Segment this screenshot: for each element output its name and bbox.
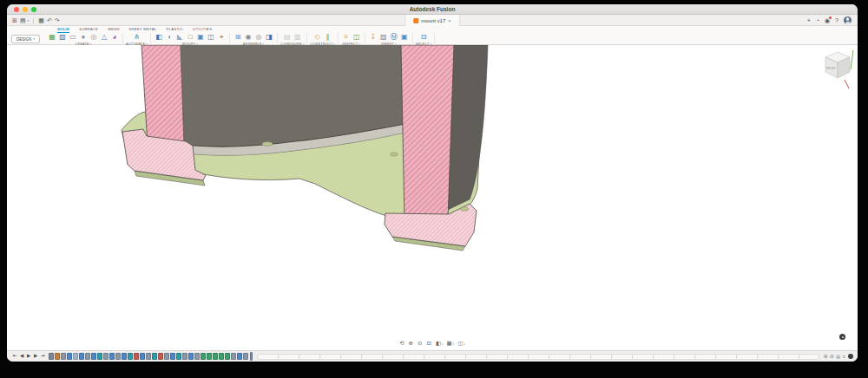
combine-icon[interactable]: ▣ <box>195 33 206 42</box>
chamfer-icon[interactable]: ◣ <box>174 33 185 42</box>
timeline-feature-icon[interactable] <box>152 353 157 360</box>
create-sketch-icon[interactable]: ▦ <box>47 33 57 42</box>
viewport-canvas[interactable]: FRONT ⟲⊕⊙⊡◧▾▦▾◫▾ <box>7 45 858 350</box>
orbit-icon[interactable]: ⟲ <box>399 341 404 347</box>
rigid-group-icon[interactable]: ◨ <box>264 33 274 42</box>
timeline-feature-icon[interactable] <box>158 353 163 360</box>
section-analysis-icon[interactable]: ◫ <box>352 33 362 42</box>
timeline-feature-icon[interactable] <box>140 353 145 360</box>
timeline-feature-icon[interactable] <box>85 353 90 360</box>
timeline-play-button[interactable]: ▶ <box>25 354 32 359</box>
timeline-feature-icon[interactable] <box>103 353 108 360</box>
press-pull-icon[interactable]: ◧ <box>154 33 164 42</box>
canvas-icon[interactable]: ▣ <box>399 33 410 42</box>
timeline-feature-icon[interactable] <box>213 353 218 360</box>
timeline-go-to-start-button[interactable]: ⇤ <box>11 354 18 359</box>
measure-icon[interactable]: ≡ <box>341 33 352 42</box>
zoom-icon[interactable]: ⊙ <box>418 341 423 347</box>
timeline-tool-icon[interactable]: ≡ <box>843 355 845 359</box>
sphere-icon[interactable]: ● <box>78 33 89 42</box>
offset-plane-icon[interactable]: ◇ <box>312 33 323 42</box>
shell-icon[interactable]: □ <box>185 33 195 42</box>
design-workspace-dropdown[interactable]: DESIGN ▾ <box>11 35 40 43</box>
cylinder-icon[interactable]: ▭ <box>68 33 78 42</box>
timeline-feature-icon[interactable] <box>182 353 187 360</box>
decal-icon[interactable]: ▨ <box>378 33 389 42</box>
form-icon[interactable]: ◕ <box>109 33 120 42</box>
timeline-feature-icon[interactable] <box>237 353 242 360</box>
grid-snaps-icon[interactable]: ▦▾ <box>447 341 455 347</box>
timeline-feature-icon[interactable] <box>109 353 115 360</box>
zoom-window-button[interactable] <box>31 7 36 12</box>
data-panel-icon[interactable]: ⊞ <box>12 17 17 23</box>
timeline-feature-icon[interactable] <box>91 353 96 360</box>
timeline-feature-icon[interactable] <box>134 353 139 360</box>
coil-icon[interactable]: △ <box>99 33 109 42</box>
timeline-feature-icon[interactable] <box>170 353 175 360</box>
move-copy-icon[interactable]: + <box>216 33 227 42</box>
timeline-go-to-end-button[interactable]: ⇥ <box>39 354 46 359</box>
display-settings-icon[interactable]: ◧▾ <box>436 341 444 347</box>
timeline-feature-icon[interactable] <box>207 353 212 360</box>
timeline-tool-icon[interactable]: ▤ <box>836 355 840 359</box>
document-tab[interactable]: mount v17 × <box>404 15 460 26</box>
timeline-feature-icon[interactable] <box>128 353 133 360</box>
timeline-status-icon[interactable] <box>848 354 853 359</box>
file-menu-icon[interactable]: ▤ <box>20 17 26 23</box>
timeline-feature-icon[interactable] <box>55 353 60 360</box>
split-body-icon[interactable]: ◫ <box>206 33 216 42</box>
timeline-feature-icon[interactable] <box>146 353 151 360</box>
box-icon[interactable]: ▧ <box>57 33 68 42</box>
model-body[interactable] <box>122 45 488 251</box>
timeline-track[interactable] <box>257 354 819 360</box>
tab-solid[interactable]: SOLID <box>57 27 69 33</box>
timeline-feature-icon[interactable] <box>73 353 78 360</box>
insert-derive-icon[interactable]: ↧ <box>368 33 378 42</box>
insert-mcmaster-icon[interactable]: Ⓜ <box>389 33 399 42</box>
fillet-icon[interactable]: ◖ <box>164 33 174 42</box>
timeline-feature-icon[interactable] <box>61 353 66 360</box>
new-document-plus-icon[interactable]: + <box>807 17 811 23</box>
timeline-feature-icon[interactable] <box>164 353 169 360</box>
assistant-badge-icon[interactable] <box>839 334 845 340</box>
automate-icon[interactable]: ⋔ <box>132 33 142 42</box>
select-icon[interactable]: ⊡ <box>418 33 429 42</box>
timeline-feature-icon[interactable] <box>243 353 248 360</box>
timeline-feature-icon[interactable] <box>97 353 102 360</box>
model-viewport[interactable]: FRONT <box>7 45 858 350</box>
pan-icon[interactable]: ⊕ <box>409 341 414 347</box>
timeline-feature-icon[interactable] <box>176 353 181 360</box>
timeline-playhead[interactable] <box>250 352 253 361</box>
tab-plastic[interactable]: PLASTIC <box>167 27 184 33</box>
job-status-icon[interactable]: ◔ <box>816 17 819 23</box>
tab-utilities[interactable]: UTILITIES <box>193 27 212 33</box>
timeline-feature-icon[interactable] <box>67 353 72 360</box>
help-icon[interactable]: ? <box>835 17 838 23</box>
timeline-feature-icon[interactable] <box>194 353 200 360</box>
viewports-icon[interactable]: ◫▾ <box>457 341 465 347</box>
timeline-feature-icon[interactable] <box>219 353 224 360</box>
viewcube[interactable]: FRONT <box>825 50 853 88</box>
configure-icon[interactable]: ▤ <box>282 33 293 42</box>
timeline-feature-icon[interactable] <box>49 353 54 360</box>
minimize-window-button[interactable] <box>23 7 28 12</box>
timeline-feature-icon[interactable] <box>115 353 121 360</box>
new-component-icon[interactable]: ⊞ <box>233 33 243 42</box>
as-built-joint-icon[interactable]: ◎ <box>253 33 264 42</box>
timeline-feature-icon[interactable] <box>188 353 194 360</box>
timeline-feature-icon[interactable] <box>225 353 230 360</box>
timeline-tool-icon[interactable]: ⊞ <box>824 355 827 359</box>
timeline-feature-icon[interactable] <box>79 353 84 360</box>
timeline-feature-icon[interactable] <box>122 353 127 360</box>
close-document-icon[interactable]: × <box>448 18 451 23</box>
undo-icon[interactable]: ↶ <box>47 17 52 23</box>
joint-icon[interactable]: ◉ <box>243 33 253 42</box>
construct-axis-icon[interactable]: ∥ <box>323 33 333 42</box>
close-window-button[interactable] <box>14 7 19 12</box>
fit-icon[interactable]: ⊡ <box>426 341 431 347</box>
timeline-tool-icon[interactable]: ⊟ <box>830 355 833 359</box>
notifications-icon[interactable]: ◉ <box>825 17 830 23</box>
configuration-table-icon[interactable]: ▥ <box>293 33 303 42</box>
tab-surface[interactable]: SURFACE <box>79 27 98 33</box>
profile-avatar[interactable] <box>844 16 852 24</box>
